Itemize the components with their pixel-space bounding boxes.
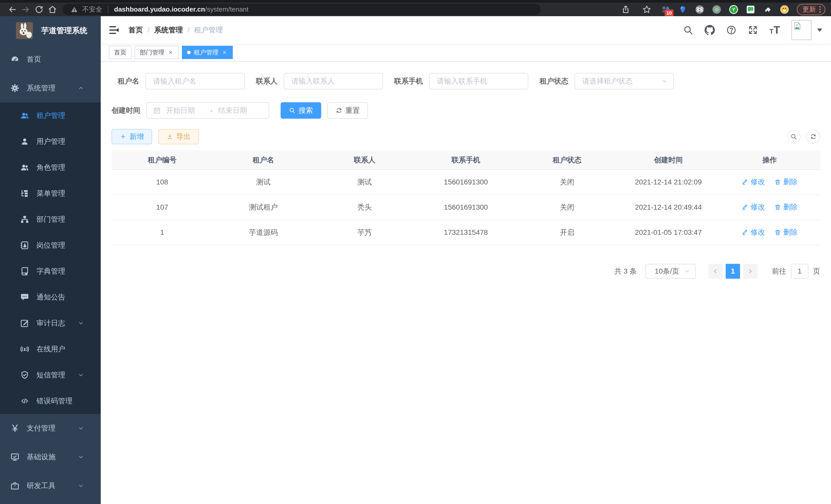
app-logo-image: [16, 22, 33, 39]
sidebar-item-sms[interactable]: 短信管理: [0, 362, 101, 388]
browser-home-button[interactable]: [46, 4, 59, 15]
delete-link[interactable]: 删除: [774, 227, 798, 237]
date-start-placeholder[interactable]: 开始日期: [166, 106, 204, 115]
sidebar-item-infra[interactable]: 基础设施: [0, 443, 101, 471]
browser-menu-icon[interactable]: [820, 6, 821, 12]
prev-page-button[interactable]: [708, 264, 722, 279]
chevron-down-icon: [661, 78, 667, 85]
chevron-down-icon: [78, 320, 84, 326]
edit-link[interactable]: 修改: [742, 177, 765, 187]
user-dropdown-caret-icon[interactable]: [817, 29, 822, 34]
cell-status: 关闭: [516, 170, 618, 195]
sidebar-item-devtools[interactable]: 研发工具: [0, 471, 101, 500]
header-search-icon[interactable]: [683, 25, 693, 35]
extension-icon-diamond[interactable]: 10: [661, 5, 670, 14]
chevron-down-icon: [78, 425, 84, 432]
edit-link[interactable]: 修改: [742, 227, 765, 237]
goto-page-input[interactable]: [791, 264, 808, 279]
breadcrumb-home[interactable]: 首页: [128, 25, 143, 35]
url-text: dashboard.yudao.iocoder.cn/system/tenant: [114, 5, 249, 13]
address-bar[interactable]: 不安全 dashboard.yudao.iocoder.cn/system/te…: [63, 4, 541, 15]
delete-link[interactable]: 删除: [774, 177, 798, 187]
export-button[interactable]: 导出: [158, 129, 199, 144]
reset-button[interactable]: 重置: [327, 102, 368, 119]
sidebar-item-label: 错误码管理: [36, 396, 73, 406]
sidebar-item-menu[interactable]: 菜单管理: [0, 180, 101, 206]
browser-back-button[interactable]: [6, 4, 19, 15]
close-icon[interactable]: [222, 49, 228, 56]
comment-dots-icon: [20, 293, 29, 302]
tenant-name-input[interactable]: [145, 73, 245, 89]
app-logo[interactable]: 芋道管理系统: [0, 16, 101, 45]
sidebar-item-home[interactable]: 首页: [0, 45, 101, 74]
sidebar-item-errorcode[interactable]: 错误码管理: [0, 388, 101, 414]
refresh-table-button[interactable]: [806, 130, 820, 144]
tag-tenant[interactable]: 租户管理: [182, 46, 233, 59]
page-number-1[interactable]: 1: [726, 264, 740, 279]
extension-icon-emoji[interactable]: [780, 5, 789, 14]
github-icon[interactable]: [705, 25, 715, 35]
date-end-placeholder[interactable]: 结束日期: [218, 106, 247, 115]
avatar[interactable]: [792, 20, 811, 40]
pen-square-icon: [20, 319, 29, 328]
next-page-button[interactable]: [743, 264, 757, 279]
cell-name: 测试: [213, 170, 314, 195]
sidebar-item-user[interactable]: 用户管理: [0, 128, 101, 154]
delete-link[interactable]: 删除: [774, 202, 798, 212]
add-button[interactable]: 新增: [112, 129, 152, 144]
font-size-icon[interactable]: TT: [769, 24, 780, 36]
browser-update-button[interactable]: 更新: [797, 4, 825, 15]
share-button[interactable]: [619, 4, 632, 15]
broken-image-icon: [793, 22, 802, 30]
extension-icon-y-green[interactable]: Y: [729, 5, 738, 14]
sidebar-item-audit[interactable]: 审计日志: [0, 310, 101, 336]
phone-input[interactable]: [429, 73, 528, 89]
filter-contact: 联系人: [250, 73, 383, 89]
close-icon[interactable]: [168, 49, 174, 56]
sidebar-item-role[interactable]: 角色管理: [0, 154, 101, 180]
help-question-icon[interactable]: [726, 25, 737, 35]
tag-home[interactable]: 首页: [109, 46, 132, 59]
breadcrumb-current: 租户管理: [194, 25, 223, 35]
fullscreen-icon[interactable]: [748, 25, 758, 35]
toggle-search-button[interactable]: [787, 130, 801, 144]
edit-link[interactable]: 修改: [742, 202, 765, 212]
sidebar-item-system[interactable]: 系统管理: [0, 74, 101, 102]
org-chart-icon: [20, 215, 29, 224]
user-icon: [20, 137, 29, 146]
top-navbar: 首页 / 系统管理 / 租户管理 TT: [101, 16, 831, 44]
bookmark-star-button[interactable]: [640, 4, 654, 15]
sidebar-toggle-hamburger-icon[interactable]: [109, 24, 120, 36]
extension-icon-green-dot[interactable]: [712, 5, 721, 14]
trash-icon: [774, 204, 781, 211]
tenant-status-select[interactable]: 请选择租户状态: [575, 73, 674, 89]
search-button[interactable]: 搜索: [281, 102, 321, 119]
sidebar-item-dept[interactable]: 部门管理: [0, 206, 101, 232]
cell-phone: 17321315478: [415, 220, 516, 245]
active-dot: [187, 51, 191, 54]
extensions-puzzle-icon[interactable]: [763, 5, 772, 14]
extension-icon-command[interactable]: [695, 5, 704, 14]
breadcrumb-system[interactable]: 系统管理: [154, 25, 183, 35]
user-menu[interactable]: [792, 20, 822, 40]
column-header-contact: 联系人: [314, 151, 415, 170]
browser-reload-button[interactable]: [32, 4, 46, 15]
column-header-status: 租户状态: [516, 151, 618, 170]
browser-toolbar: 不安全 dashboard.yudao.iocoder.cn/system/te…: [0, 3, 831, 16]
tag-dept[interactable]: 部门管理: [135, 46, 179, 59]
create-time-range-picker[interactable]: 开始日期 - 结束日期: [146, 102, 269, 119]
sidebar-item-dict[interactable]: 字典管理: [0, 258, 101, 284]
sidebar-item-label: 首页: [27, 55, 41, 64]
sidebar-item-pay[interactable]: ¥ 支付管理: [0, 414, 101, 443]
page-size-select[interactable]: 10条/页: [646, 264, 696, 279]
sidebar-item-tenant[interactable]: 租户管理: [0, 102, 101, 128]
sidebar-item-online[interactable]: 在线用户: [0, 336, 101, 362]
contact-input[interactable]: [284, 73, 383, 89]
extension-icon-chat[interactable]: [746, 5, 755, 14]
sidebar-item-post[interactable]: 岗位管理: [0, 232, 101, 258]
extension-icon-balloon[interactable]: [678, 5, 687, 14]
browser-forward-button[interactable]: [19, 4, 32, 15]
cell-contact: 测试: [314, 170, 415, 195]
cell-created: 2021-12-14 21:02:09: [618, 170, 719, 195]
sidebar-item-notice[interactable]: 通知公告: [0, 284, 101, 310]
